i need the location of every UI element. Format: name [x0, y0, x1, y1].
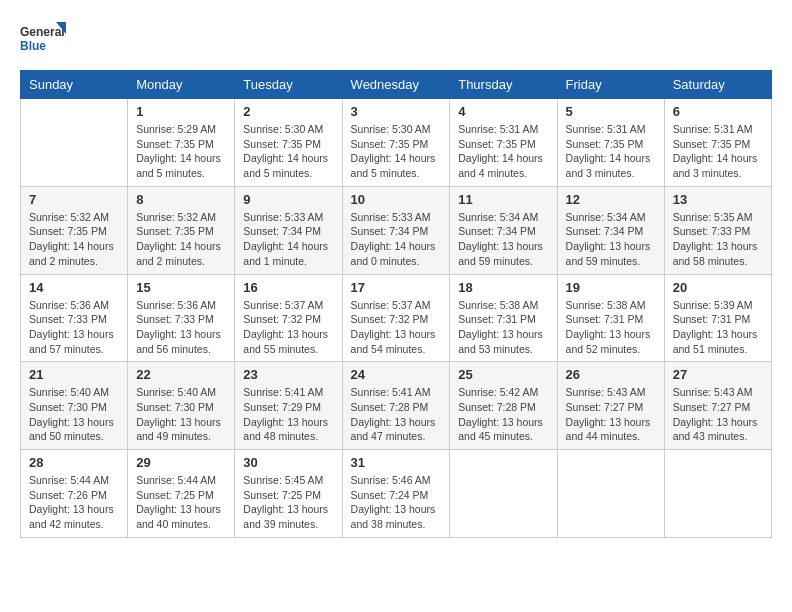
calendar-cell: 16Sunrise: 5:37 AM Sunset: 7:32 PM Dayli… [235, 274, 342, 362]
day-number: 25 [458, 367, 548, 382]
day-info: Sunrise: 5:41 AM Sunset: 7:29 PM Dayligh… [243, 385, 333, 444]
day-info: Sunrise: 5:31 AM Sunset: 7:35 PM Dayligh… [566, 122, 656, 181]
day-info: Sunrise: 5:35 AM Sunset: 7:33 PM Dayligh… [673, 210, 763, 269]
header-day-tuesday: Tuesday [235, 71, 342, 99]
calendar-cell: 9Sunrise: 5:33 AM Sunset: 7:34 PM Daylig… [235, 186, 342, 274]
day-info: Sunrise: 5:41 AM Sunset: 7:28 PM Dayligh… [351, 385, 442, 444]
day-number: 23 [243, 367, 333, 382]
day-info: Sunrise: 5:37 AM Sunset: 7:32 PM Dayligh… [243, 298, 333, 357]
header-day-thursday: Thursday [450, 71, 557, 99]
day-info: Sunrise: 5:38 AM Sunset: 7:31 PM Dayligh… [458, 298, 548, 357]
calendar-cell: 24Sunrise: 5:41 AM Sunset: 7:28 PM Dayli… [342, 362, 450, 450]
header-day-sunday: Sunday [21, 71, 128, 99]
calendar-cell [664, 450, 771, 538]
day-number: 7 [29, 192, 119, 207]
day-info: Sunrise: 5:31 AM Sunset: 7:35 PM Dayligh… [458, 122, 548, 181]
day-info: Sunrise: 5:43 AM Sunset: 7:27 PM Dayligh… [673, 385, 763, 444]
calendar-cell: 17Sunrise: 5:37 AM Sunset: 7:32 PM Dayli… [342, 274, 450, 362]
day-number: 16 [243, 280, 333, 295]
day-info: Sunrise: 5:33 AM Sunset: 7:34 PM Dayligh… [243, 210, 333, 269]
calendar: SundayMondayTuesdayWednesdayThursdayFrid… [20, 70, 772, 538]
week-row-2: 7Sunrise: 5:32 AM Sunset: 7:35 PM Daylig… [21, 186, 772, 274]
day-info: Sunrise: 5:42 AM Sunset: 7:28 PM Dayligh… [458, 385, 548, 444]
calendar-cell: 8Sunrise: 5:32 AM Sunset: 7:35 PM Daylig… [128, 186, 235, 274]
calendar-cell [21, 99, 128, 187]
day-info: Sunrise: 5:46 AM Sunset: 7:24 PM Dayligh… [351, 473, 442, 532]
week-row-5: 28Sunrise: 5:44 AM Sunset: 7:26 PM Dayli… [21, 450, 772, 538]
day-info: Sunrise: 5:38 AM Sunset: 7:31 PM Dayligh… [566, 298, 656, 357]
calendar-cell: 6Sunrise: 5:31 AM Sunset: 7:35 PM Daylig… [664, 99, 771, 187]
day-number: 15 [136, 280, 226, 295]
day-number: 19 [566, 280, 656, 295]
calendar-cell: 15Sunrise: 5:36 AM Sunset: 7:33 PM Dayli… [128, 274, 235, 362]
day-number: 13 [673, 192, 763, 207]
header: General Blue [20, 20, 772, 60]
day-number: 5 [566, 104, 656, 119]
calendar-body: 1Sunrise: 5:29 AM Sunset: 7:35 PM Daylig… [21, 99, 772, 538]
day-number: 9 [243, 192, 333, 207]
day-info: Sunrise: 5:30 AM Sunset: 7:35 PM Dayligh… [243, 122, 333, 181]
day-info: Sunrise: 5:44 AM Sunset: 7:25 PM Dayligh… [136, 473, 226, 532]
calendar-cell: 22Sunrise: 5:40 AM Sunset: 7:30 PM Dayli… [128, 362, 235, 450]
calendar-cell: 31Sunrise: 5:46 AM Sunset: 7:24 PM Dayli… [342, 450, 450, 538]
day-number: 4 [458, 104, 548, 119]
calendar-cell: 11Sunrise: 5:34 AM Sunset: 7:34 PM Dayli… [450, 186, 557, 274]
day-number: 12 [566, 192, 656, 207]
calendar-cell: 28Sunrise: 5:44 AM Sunset: 7:26 PM Dayli… [21, 450, 128, 538]
day-number: 24 [351, 367, 442, 382]
day-info: Sunrise: 5:30 AM Sunset: 7:35 PM Dayligh… [351, 122, 442, 181]
calendar-cell: 29Sunrise: 5:44 AM Sunset: 7:25 PM Dayli… [128, 450, 235, 538]
calendar-cell: 27Sunrise: 5:43 AM Sunset: 7:27 PM Dayli… [664, 362, 771, 450]
day-info: Sunrise: 5:44 AM Sunset: 7:26 PM Dayligh… [29, 473, 119, 532]
header-day-wednesday: Wednesday [342, 71, 450, 99]
day-number: 20 [673, 280, 763, 295]
day-info: Sunrise: 5:43 AM Sunset: 7:27 PM Dayligh… [566, 385, 656, 444]
calendar-cell [450, 450, 557, 538]
day-number: 18 [458, 280, 548, 295]
calendar-cell: 30Sunrise: 5:45 AM Sunset: 7:25 PM Dayli… [235, 450, 342, 538]
calendar-cell: 2Sunrise: 5:30 AM Sunset: 7:35 PM Daylig… [235, 99, 342, 187]
calendar-cell: 1Sunrise: 5:29 AM Sunset: 7:35 PM Daylig… [128, 99, 235, 187]
header-day-monday: Monday [128, 71, 235, 99]
day-number: 30 [243, 455, 333, 470]
day-number: 29 [136, 455, 226, 470]
calendar-cell: 4Sunrise: 5:31 AM Sunset: 7:35 PM Daylig… [450, 99, 557, 187]
day-info: Sunrise: 5:36 AM Sunset: 7:33 PM Dayligh… [136, 298, 226, 357]
calendar-cell [557, 450, 664, 538]
day-number: 14 [29, 280, 119, 295]
day-info: Sunrise: 5:32 AM Sunset: 7:35 PM Dayligh… [29, 210, 119, 269]
day-number: 2 [243, 104, 333, 119]
day-number: 22 [136, 367, 226, 382]
day-number: 6 [673, 104, 763, 119]
day-number: 10 [351, 192, 442, 207]
day-number: 17 [351, 280, 442, 295]
calendar-cell: 10Sunrise: 5:33 AM Sunset: 7:34 PM Dayli… [342, 186, 450, 274]
calendar-cell: 13Sunrise: 5:35 AM Sunset: 7:33 PM Dayli… [664, 186, 771, 274]
header-day-saturday: Saturday [664, 71, 771, 99]
calendar-header-row: SundayMondayTuesdayWednesdayThursdayFrid… [21, 71, 772, 99]
day-info: Sunrise: 5:29 AM Sunset: 7:35 PM Dayligh… [136, 122, 226, 181]
calendar-cell: 19Sunrise: 5:38 AM Sunset: 7:31 PM Dayli… [557, 274, 664, 362]
day-number: 31 [351, 455, 442, 470]
svg-text:General: General [20, 25, 65, 39]
calendar-cell: 25Sunrise: 5:42 AM Sunset: 7:28 PM Dayli… [450, 362, 557, 450]
day-info: Sunrise: 5:37 AM Sunset: 7:32 PM Dayligh… [351, 298, 442, 357]
day-number: 28 [29, 455, 119, 470]
day-number: 27 [673, 367, 763, 382]
calendar-cell: 12Sunrise: 5:34 AM Sunset: 7:34 PM Dayli… [557, 186, 664, 274]
day-number: 8 [136, 192, 226, 207]
calendar-cell: 3Sunrise: 5:30 AM Sunset: 7:35 PM Daylig… [342, 99, 450, 187]
day-info: Sunrise: 5:40 AM Sunset: 7:30 PM Dayligh… [29, 385, 119, 444]
week-row-4: 21Sunrise: 5:40 AM Sunset: 7:30 PM Dayli… [21, 362, 772, 450]
day-number: 21 [29, 367, 119, 382]
calendar-cell: 23Sunrise: 5:41 AM Sunset: 7:29 PM Dayli… [235, 362, 342, 450]
day-info: Sunrise: 5:34 AM Sunset: 7:34 PM Dayligh… [566, 210, 656, 269]
day-info: Sunrise: 5:33 AM Sunset: 7:34 PM Dayligh… [351, 210, 442, 269]
calendar-cell: 7Sunrise: 5:32 AM Sunset: 7:35 PM Daylig… [21, 186, 128, 274]
day-info: Sunrise: 5:39 AM Sunset: 7:31 PM Dayligh… [673, 298, 763, 357]
logo-svg: General Blue [20, 20, 70, 60]
svg-text:Blue: Blue [20, 39, 46, 53]
day-info: Sunrise: 5:36 AM Sunset: 7:33 PM Dayligh… [29, 298, 119, 357]
header-day-friday: Friday [557, 71, 664, 99]
day-info: Sunrise: 5:45 AM Sunset: 7:25 PM Dayligh… [243, 473, 333, 532]
